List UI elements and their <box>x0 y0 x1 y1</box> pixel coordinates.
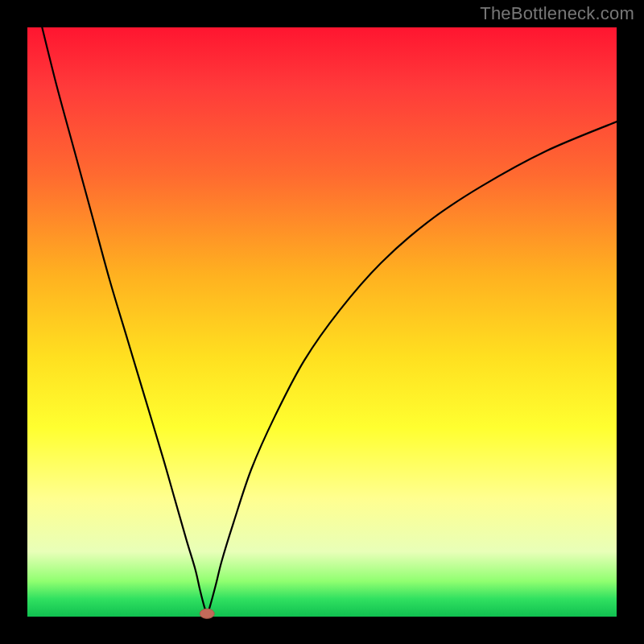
curve-layer <box>27 27 617 617</box>
plot-area <box>27 27 617 617</box>
chart-frame: TheBottleneck.com <box>0 0 644 644</box>
optimal-point-marker <box>200 609 214 618</box>
attribution-text: TheBottleneck.com <box>480 3 634 24</box>
bottleneck-curve <box>42 27 617 613</box>
